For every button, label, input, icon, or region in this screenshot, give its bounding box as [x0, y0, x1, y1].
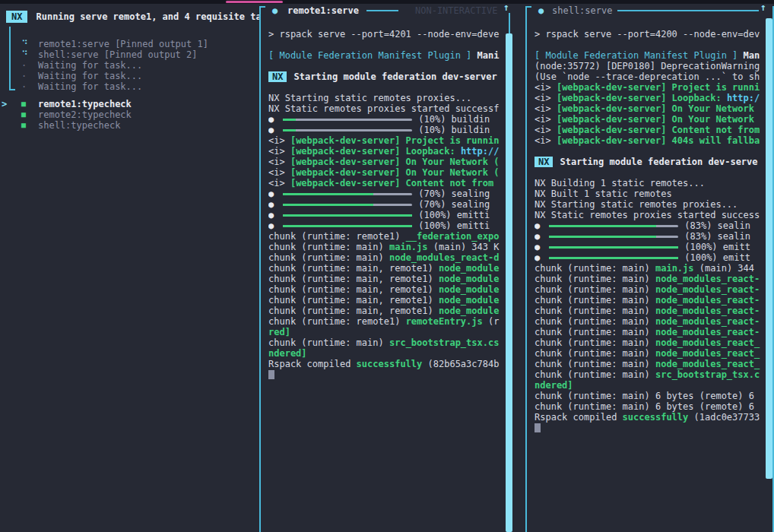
progress-bar — [549, 236, 678, 238]
pane-left-border — [259, 6, 261, 532]
task-success-icon: ■ — [21, 120, 26, 131]
terminal-line: chunk (runtime: main) node_modules_react… — [535, 284, 765, 295]
terminal-line: <i> [webpack-dev-server] Loopback: http:… — [535, 93, 765, 103]
text-segment: http:/ — [727, 93, 760, 103]
text-segment: chunk (runtime: main) — [535, 316, 655, 327]
pane-title-shell-serve[interactable]: shell:serve — [552, 5, 612, 16]
task-list-item[interactable]: ■remote2:typecheck — [0, 109, 259, 120]
terminal-line: chunk (runtime: main) 6 bytes (remote) 6 — [535, 391, 765, 401]
terminal-line — [268, 369, 503, 380]
terminal-line: ●(70%) sealing — [268, 188, 503, 199]
scroll-up-icon[interactable]: ↑ — [760, 2, 766, 13]
progress-label: (100%) emitt — [684, 252, 750, 263]
progress-bar — [283, 129, 412, 131]
progress-bar — [549, 257, 678, 259]
scrollbar-thumb[interactable] — [766, 18, 772, 479]
text-segment: Rspack compiled — [268, 359, 357, 369]
text-segment: chunk (runtime: main, remote1) — [268, 295, 439, 306]
task-pinned-spinner-icon: ⠙ — [21, 49, 28, 60]
text-segment: [ Module Federation Manifest Plugin ] — [535, 50, 738, 61]
terminal-line — [268, 18, 503, 29]
terminal-output-remote1: > rspack serve --port=4201 --node-env=de… — [268, 18, 503, 529]
terminal-line: ndered] — [268, 348, 503, 359]
text-segment: chunk (runtime: remote1) — [268, 231, 406, 242]
text-segment: node_modules_react- — [655, 306, 760, 316]
progress-bullet-icon: ● — [535, 220, 540, 231]
task-list-item[interactable]: ⠙remote1:serve [Pinned output 1] — [0, 39, 259, 49]
terminal-line: NXStarting module federation dev-serve — [535, 157, 765, 167]
progress-label: (100%) emitt — [684, 242, 750, 252]
text-segment: chunk (runtime: main) — [268, 252, 389, 263]
text-segment: node_module — [439, 295, 499, 306]
terminal-line: chunk (runtime: main) main.js (main) 343… — [268, 242, 503, 252]
text-segment: [webpack-dev-server] Project is runni — [557, 82, 760, 93]
text-segment: chunk (runtime: main) — [268, 242, 389, 252]
pane-left-border — [525, 6, 527, 532]
text-segment: <i> — [535, 93, 557, 103]
progress-bar — [283, 119, 412, 121]
task-list-item[interactable]: ·Waiting for task... — [0, 71, 259, 81]
terminal-line: chunk (runtime: main) node_modules_react… — [535, 295, 765, 306]
terminal-line — [535, 146, 765, 157]
terminal-line: ●(100%) emitti — [268, 210, 503, 220]
text-segment: chunk (runtime: main) — [535, 337, 655, 348]
text-segment: ndered] — [535, 380, 573, 391]
task-label: remote1:typecheck — [38, 99, 132, 109]
text-segment: ndered] — [268, 348, 307, 359]
text-segment: NX Building 1 static remotes... — [535, 178, 705, 188]
progress-bar — [549, 225, 678, 227]
scrollbar-thumb[interactable] — [506, 33, 512, 532]
text-segment: (Use `node --trace-deprecation ...` to s… — [535, 71, 760, 82]
text-segment: node_module — [439, 284, 499, 295]
task-list-item[interactable]: ·Waiting for task... — [0, 60, 259, 71]
terminal-line: NX Building 1 static remotes... — [535, 178, 765, 188]
terminal-line: ●(83%) sealin — [535, 220, 765, 231]
terminal-line: <i> [webpack-dev-server] 404s will fallb… — [535, 135, 765, 146]
task-list-item[interactable]: ■shell:typecheck — [0, 120, 259, 131]
text-segment: [webpack-dev-server] Project is runnin — [290, 135, 500, 146]
text-segment: chunk (runtime: main, remote1) — [268, 274, 439, 284]
progress-label: (100%) emitti — [418, 210, 490, 220]
task-list-item[interactable]: >■remote1:typecheck — [0, 99, 259, 109]
progress-bar — [283, 193, 412, 195]
task-list-item[interactable]: ·Waiting for task... — [0, 81, 259, 92]
terminal-line: > rspack serve --port=4201 --node-env=de… — [268, 29, 503, 40]
scrollbar-track[interactable] — [509, 13, 510, 34]
text-segment: src_bootstrap_tsx.c — [655, 369, 760, 380]
terminal-line — [268, 40, 503, 50]
terminal-line: chunk (runtime: main) main.js (main) 344 — [535, 263, 765, 274]
task-label: remote2:typecheck — [38, 109, 132, 120]
terminal-line: chunk (runtime: main) node_modules_react… — [535, 348, 765, 359]
terminal-line: chunk (runtime: main) node_modules_react… — [535, 359, 765, 369]
text-segment: Rspack compiled — [535, 412, 623, 423]
text-segment: <i> — [268, 178, 290, 188]
text-segment: [webpack-dev-server] On Your Network ( — [290, 157, 500, 167]
task-success-icon: ■ — [21, 99, 26, 109]
text-segment: chunk (runtime: main) — [535, 327, 655, 337]
text-segment: successfully — [357, 359, 423, 369]
progress-bullet-icon: ● — [268, 188, 274, 199]
terminal-line: > rspack serve --port=4200 --node-env=de… — [535, 29, 765, 40]
non-interactive-label: NON-INTERACTIVE — [415, 5, 497, 16]
terminal-line — [535, 18, 765, 29]
task-list-item[interactable]: ⠙shell:serve [Pinned output 2] — [0, 49, 259, 60]
progress-label: (10%) buildin — [418, 114, 490, 125]
pane-title-remote1-serve[interactable]: remote1:serve — [287, 5, 359, 16]
text-segment: chunk (runtime: main) — [535, 284, 655, 295]
text-segment: chunk (runtime: main) — [535, 274, 655, 284]
terminal-line: <i> [webpack-dev-server] Loopback: http:… — [268, 146, 503, 157]
text-segment: node_module — [439, 274, 499, 284]
terminal-line: ●(70%) sealing — [268, 199, 503, 210]
text-segment: chunk (runtime: main) — [535, 369, 655, 380]
task-list-header: NX Running serve remote1, and 4 requisit… — [6, 11, 259, 23]
text-segment: node_modules_react- — [655, 284, 760, 295]
task-list-title: Running serve remote1, and 4 requisite t… — [36, 11, 259, 22]
terminal-line: Rspack compiled successfully (82b65a3c78… — [268, 359, 503, 369]
terminal-line: ●(100%) emitt — [535, 242, 765, 252]
terminal-line — [535, 423, 765, 433]
text-segment: node_modules_react- — [655, 327, 760, 337]
text-segment: [webpack-dev-server] On Your Network — [557, 114, 754, 125]
terminal-line: chunk (runtime: main) src_bootstrap_tsx.… — [535, 369, 765, 380]
scroll-up-icon[interactable]: ↑ — [503, 2, 509, 13]
text-segment: node_modules_react-d — [389, 252, 500, 263]
